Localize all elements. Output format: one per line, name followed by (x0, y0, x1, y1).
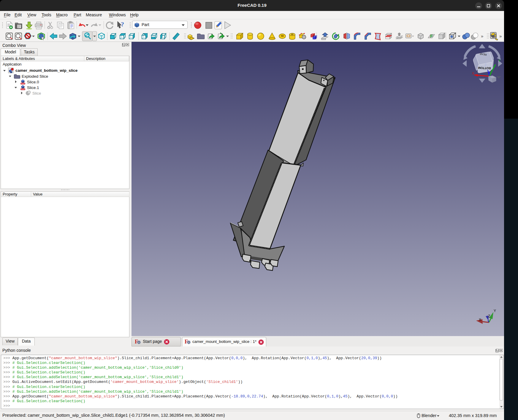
svg-text:Y: Y (494, 309, 496, 313)
svg-text:Slice.0: Slice.0 (27, 80, 39, 84)
svg-text:?: ? (121, 21, 124, 28)
svg-text:X: X (479, 318, 481, 322)
svg-text:»: » (481, 34, 483, 39)
svg-text:X: X (472, 71, 474, 75)
svg-text:camer_mount_bottom_wip_slice: camer_mount_bottom_wip_slice (15, 68, 78, 73)
svg-text:Exploded Slice: Exploded Slice (22, 74, 48, 79)
svg-text:Z: Z (485, 63, 487, 66)
svg-text:Z: Z (488, 314, 490, 318)
svg-text:Slice: Slice (32, 91, 41, 96)
svg-text:F: F (430, 34, 433, 39)
svg-text:Y: Y (498, 59, 501, 63)
svg-text:»: » (499, 34, 502, 39)
svg-text:F: F (185, 339, 188, 345)
svg-text:Slice.1: Slice.1 (27, 85, 39, 90)
svg-text:BOTTOM: BOTTOM (478, 66, 491, 70)
svg-text:F: F (135, 339, 138, 345)
